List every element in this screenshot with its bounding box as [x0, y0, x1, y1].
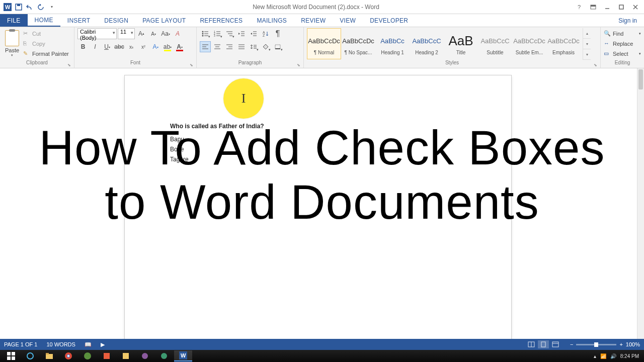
cut-button[interactable]: ✂Cut	[23, 29, 69, 38]
subscript-button[interactable]: x₂	[126, 41, 137, 52]
close-icon[interactable]	[629, 2, 642, 12]
font-color-button[interactable]: A▾	[174, 41, 185, 52]
tab-mailings[interactable]: MAILINGS	[250, 14, 294, 27]
zoom-in-button[interactable]: +	[619, 341, 622, 347]
tab-developer[interactable]: DEVELOPER	[363, 14, 415, 27]
zoom-out-button[interactable]: −	[570, 341, 573, 347]
tab-review[interactable]: REVIEW	[294, 14, 333, 27]
vertical-scrollbar[interactable]	[637, 68, 644, 348]
taskbar-app-2-icon[interactable]	[98, 350, 116, 361]
ribbon-options-icon[interactable]	[587, 2, 600, 12]
bold-button[interactable]: B	[77, 41, 89, 52]
word-app-icon[interactable]: W	[3, 3, 12, 12]
borders-button[interactable]: ▾	[272, 41, 283, 52]
help-icon[interactable]: ?	[573, 2, 586, 12]
tab-references[interactable]: REFERENCES	[193, 14, 250, 27]
font-name-select[interactable]: Calibri (Body)	[77, 28, 117, 39]
tab-page-layout[interactable]: PAGE LAYOUT	[135, 14, 193, 27]
style-emphasis[interactable]: AaBbCcDcEmphasis	[546, 28, 581, 59]
style-heading-2[interactable]: AaBbCcCHeading 2	[410, 28, 444, 59]
style-heading-1[interactable]: AaBbCcHeading 1	[375, 28, 410, 59]
web-layout-icon[interactable]	[550, 340, 561, 348]
styles-dialog-icon[interactable]: ⬊	[594, 63, 597, 67]
tab-insert[interactable]: INSERT	[60, 14, 98, 27]
style--normal[interactable]: AaBbCcDc¶ Normal	[307, 28, 341, 59]
bullets-button[interactable]: ▾	[200, 28, 211, 39]
paste-button[interactable]: Paste ▾	[3, 28, 21, 57]
font-size-select[interactable]: 11	[118, 28, 135, 39]
find-button[interactable]: 🔍Find▾	[604, 29, 641, 38]
italic-button[interactable]: I	[90, 41, 101, 52]
increase-indent-button[interactable]	[248, 28, 259, 39]
font-dialog-icon[interactable]: ⬊	[190, 63, 193, 67]
page-indicator[interactable]: PAGE 1 OF 1	[4, 341, 37, 347]
style-subtle-em-[interactable]: AaBbCcDcSubtle Em...	[512, 28, 546, 59]
multilevel-list-button[interactable]: ▾	[224, 28, 235, 39]
align-right-button[interactable]	[224, 41, 235, 52]
clear-formatting-button[interactable]: A	[172, 28, 183, 39]
style--no-spac-[interactable]: AaBbCcDc¶ No Spac...	[341, 28, 375, 59]
proofing-icon[interactable]: 📖	[85, 341, 92, 348]
minimize-icon[interactable]	[601, 2, 614, 12]
paragraph-dialog-icon[interactable]: ⬊	[297, 63, 300, 67]
change-case-button[interactable]: Aa▾	[160, 28, 171, 39]
taskbar-app-3-icon[interactable]	[117, 350, 135, 361]
scrollbar-thumb[interactable]	[638, 69, 643, 89]
shrink-font-button[interactable]: A▾	[148, 28, 159, 39]
taskbar-word-icon[interactable]: W	[174, 350, 192, 361]
align-left-button[interactable]	[200, 41, 211, 52]
show-marks-button[interactable]: ¶	[272, 28, 283, 39]
styles-down-icon[interactable]: ▾	[583, 39, 591, 49]
taskbar-ie-icon[interactable]	[21, 350, 39, 361]
tray-up-icon[interactable]: ▴	[594, 353, 596, 359]
justify-button[interactable]	[236, 41, 247, 52]
copy-button[interactable]: ⎘Copy	[23, 39, 69, 48]
strikethrough-button[interactable]: abc	[114, 41, 125, 52]
tray-clock[interactable]: 8:24 PM	[620, 353, 639, 359]
grow-font-button[interactable]: A▴	[136, 28, 147, 39]
replace-button[interactable]: ↔Replace	[604, 39, 641, 48]
shading-button[interactable]: ▾	[260, 41, 271, 52]
read-mode-icon[interactable]	[526, 340, 537, 348]
start-button[interactable]	[2, 350, 20, 361]
word-count[interactable]: 10 WORDS	[46, 341, 75, 347]
style-title[interactable]: AaBTitle	[444, 28, 478, 59]
zoom-level[interactable]: 100%	[626, 341, 640, 347]
underline-button[interactable]: U▾	[102, 41, 113, 52]
maximize-icon[interactable]	[615, 2, 628, 12]
macro-icon[interactable]: ▶	[101, 341, 105, 348]
tab-file[interactable]: FILE	[0, 14, 28, 27]
select-button[interactable]: ▭Select▾	[604, 49, 641, 58]
clipboard-dialog-icon[interactable]: ⬊	[67, 63, 71, 67]
taskbar-app-1-icon[interactable]	[78, 350, 97, 361]
taskbar-explorer-icon[interactable]	[40, 350, 58, 361]
print-layout-icon[interactable]	[538, 340, 549, 348]
styles-more-icon[interactable]: ▾	[583, 49, 591, 60]
format-painter-button[interactable]: ✎Format Painter	[23, 49, 69, 58]
tray-volume-icon[interactable]: 🔊	[610, 353, 616, 359]
redo-icon[interactable]	[36, 3, 45, 12]
numbering-button[interactable]: 123▾	[212, 28, 223, 39]
tab-view[interactable]: VIEW	[333, 14, 363, 27]
tab-design[interactable]: DESIGN	[97, 14, 135, 27]
taskbar-app-4-icon[interactable]	[136, 350, 154, 361]
sign-in-link[interactable]: Sign in	[611, 14, 644, 27]
line-spacing-button[interactable]: ▾	[248, 41, 259, 52]
taskbar-app-5-icon[interactable]	[155, 350, 173, 361]
align-center-button[interactable]	[212, 41, 223, 52]
decrease-indent-button[interactable]	[236, 28, 247, 39]
qat-customize-icon[interactable]: ▾	[47, 3, 56, 12]
highlight-button[interactable]: ab▾	[162, 41, 173, 52]
text-effects-button[interactable]: A▾	[150, 41, 161, 52]
tab-home[interactable]: HOME	[28, 14, 60, 27]
taskbar-chrome-icon[interactable]	[59, 350, 77, 361]
style-subtitle[interactable]: AaBbCcCSubtitle	[478, 28, 512, 59]
undo-icon[interactable]	[25, 3, 34, 12]
superscript-button[interactable]: x²	[138, 41, 149, 52]
view-buttons	[526, 340, 561, 348]
sort-button[interactable]: AZ	[260, 28, 271, 39]
zoom-slider[interactable]	[576, 344, 616, 345]
save-icon[interactable]	[14, 3, 23, 12]
styles-up-icon[interactable]: ▴	[583, 28, 591, 39]
tray-network-icon[interactable]: 📶	[600, 353, 606, 359]
